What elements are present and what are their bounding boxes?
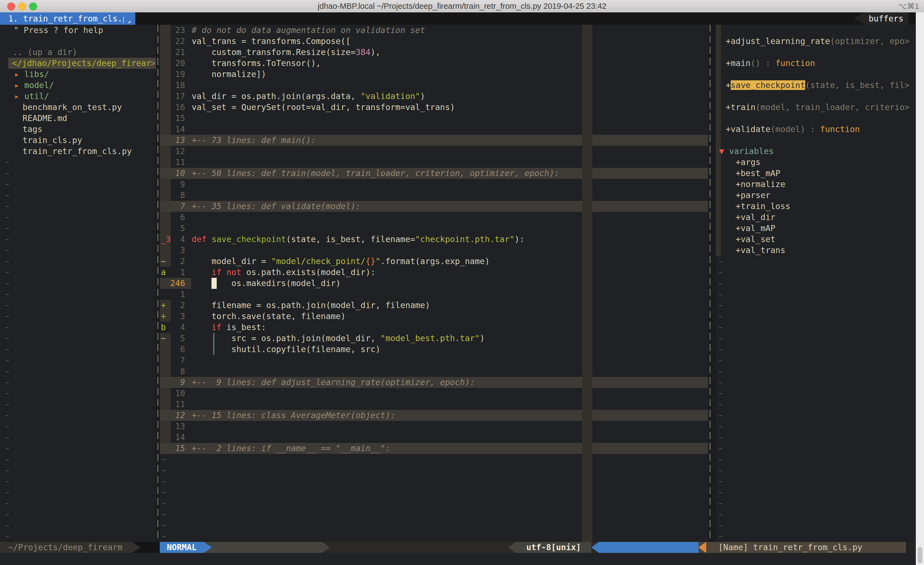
buffers-label[interactable]: buffers [864,12,908,25]
editor-row[interactable]: 12+-- 15 lines: class AverageMeter(objec… [160,410,708,421]
editor-row[interactable]: 15+-- 2 lines: if __name__ == "__main__"… [160,443,708,454]
tree-row[interactable]: .. (up a dir) [0,47,156,58]
editor-row[interactable]: _34def save_checkpoint(state, is_best, f… [160,234,708,245]
empty-line: ~ [716,465,916,476]
scrollbar-thumb[interactable] [918,547,922,563]
tag-row[interactable] [716,69,916,80]
editor-row[interactable]: 18 [160,80,708,91]
tag-row[interactable]: +val_trans [716,245,916,256]
tree-row[interactable]: ▸ util/ [0,91,156,102]
tree-row[interactable]: train_retr_from_cls.py [0,146,156,157]
editor-row[interactable]: 17val_dir = os.path.join(args.data, "val… [160,91,708,102]
statusline-position: 86% 246/284LN: 5 [599,542,699,553]
tag-row[interactable] [716,113,916,124]
editor-row[interactable]: 13+-- 73 lines: def main(): [160,135,708,146]
editor-row[interactable]: 5 [160,223,708,234]
tree-row[interactable]: ▸ model/ [0,80,156,91]
editor-row[interactable]: 10 [160,388,708,399]
folder-arrow-icon: ▸ [14,91,24,101]
empty-line: ~ [160,520,708,531]
editor-row[interactable]: 19 normalize]) [160,69,708,80]
tag-row[interactable]: +val_set [716,234,916,245]
editor-row[interactable]: 11 [160,157,708,168]
command-line [0,553,924,565]
empty-line: ~ [0,212,156,223]
tree-row[interactable] [0,36,156,47]
editor-row[interactable]: 10+-- 50 lines: def train(model, train_l… [160,168,708,179]
empty-line: ~ [0,388,156,399]
window-separator[interactable] [156,25,160,542]
editor-row[interactable]: b4 if is_best: [160,322,708,333]
tree-row[interactable]: benchmark_on_test.py [0,102,156,113]
editor-row[interactable]: ~5 src = os.path.join(model_dir, "model_… [160,333,708,344]
tag-row[interactable]: ▼ variables [716,146,916,157]
empty-line: ~ [716,410,916,421]
tag-row[interactable]: +train(model, train_loader, criterio> [716,102,916,113]
tag-row[interactable]: +normalize [716,179,916,190]
tree-row[interactable]: tags [0,124,156,135]
empty-line: ~ [716,333,916,344]
tag-row[interactable] [716,91,916,102]
editor-row[interactable]: 6 [160,212,708,223]
editor-row[interactable]: 3 [160,245,708,256]
tab-active[interactable]: 1. train_retr_from_cls.py [0,12,135,25]
tree-row[interactable]: ▸ libs/ [0,69,156,80]
tag-row[interactable]: +val_mAP [716,223,916,234]
editor-row[interactable]: 21 custom_transform.Resize(size=384), [160,47,708,58]
empty-line: ~ [160,531,708,542]
editor-row[interactable]: a1 if not os.path.exists(model_dir): [160,267,708,278]
editor-row[interactable]: 23# do not do data augmentation on valid… [160,25,708,36]
editor-row[interactable]: +2 filename = os.path.join(model_dir, fi… [160,300,708,311]
empty-line: ~ [160,454,708,465]
editor-row[interactable]: 16val_set = QuerySet(root=val_dir, trans… [160,102,708,113]
editor-row[interactable]: 20 transforms.ToTensor(), [160,58,708,69]
scrollbar-track[interactable] [916,12,924,565]
editor-row[interactable]: 7 [160,355,708,366]
editor-row[interactable]: 8 [160,366,708,377]
editor-row[interactable]: 6 shutil.copyfile(filename, src) [160,344,708,355]
empty-line: ~ [0,366,156,377]
editor-row[interactable]: 7+-- 35 lines: def validate(model): [160,201,708,212]
powerline-arrow-icon [322,542,330,553]
editor-row[interactable]: 246 os.makedirs(model_dir) [160,278,708,289]
editor-row[interactable]: 1 [160,289,708,300]
tag-row[interactable]: +main() : function [716,58,916,69]
powerline-arrow-icon [508,542,516,553]
gutter-sign: + [161,300,166,311]
empty-line: ~ [716,443,916,454]
tag-row[interactable]: +val_dir [716,212,916,223]
titlebar: jdhao-MBP.local ~/Projects/deep_firearm/… [0,0,924,13]
editor-row[interactable]: 15 [160,113,708,124]
empty-line: ~ [0,267,156,278]
tag-row[interactable]: +save_checkpoint(state, is_best, fil> [716,80,916,91]
color-column [582,25,592,542]
editor-row[interactable]: 8 [160,190,708,201]
editor-row[interactable]: 14 [160,432,708,443]
editor-row[interactable]: +3 torch.save(state, filename) [160,311,708,322]
editor-row[interactable]: 9+-- 9 lines: def adjust_learning_rate(o… [160,377,708,388]
editor-row[interactable]: 9 [160,179,708,190]
powerline-arrow-icon [699,542,706,553]
tag-row[interactable]: +args [716,157,916,168]
tag-row[interactable]: +train_loss [716,201,916,212]
tag-row[interactable]: +adjust_learning_rate(optimizer, epo> [716,36,916,47]
empty-line: ~ [0,399,156,410]
tag-row[interactable]: +parser [716,190,916,201]
editor-row[interactable]: 12 [160,146,708,157]
tree-row[interactable]: README.md [0,113,156,124]
tree-row[interactable]: " Press ? for help [0,25,156,36]
tag-row[interactable] [716,25,916,36]
editor-row[interactable]: 14 [160,124,708,135]
empty-line: ~ [716,311,916,322]
editor-row[interactable]: ~2 model_dir = "model/check_point/{}".fo… [160,256,708,267]
tag-row[interactable]: +validate(model) : function [716,124,916,135]
window-separator[interactable] [708,25,716,542]
tag-row[interactable] [716,135,916,146]
editor-row[interactable]: 13 [160,421,708,432]
tree-row[interactable]: train_cls.py [0,135,156,146]
tag-row[interactable] [716,47,916,58]
tag-row[interactable]: +best_mAP [716,168,916,179]
tree-row[interactable]: </jdhao/Projects/deep_firear> [0,58,156,69]
editor-row[interactable]: 11 [160,399,708,410]
editor-row[interactable]: 22val_trans = transforms.Compose([ [160,36,708,47]
